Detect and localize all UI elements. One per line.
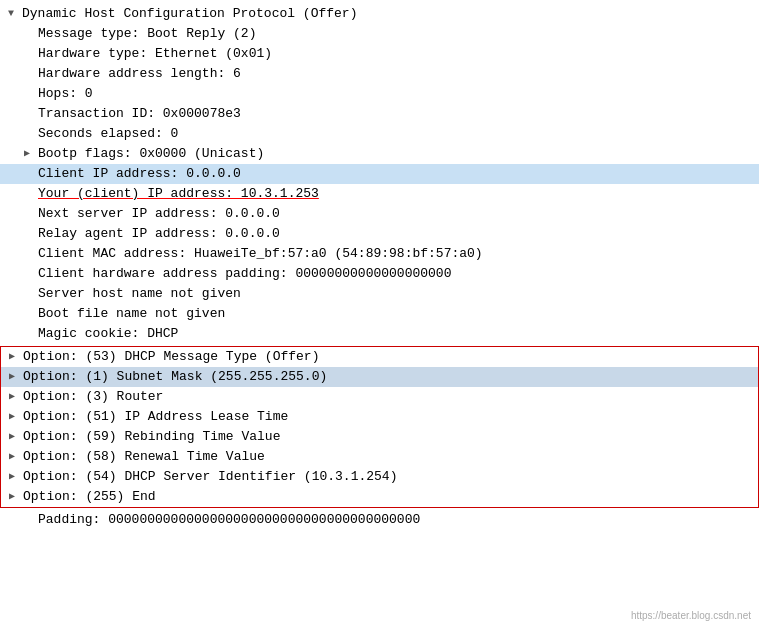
expand-icon-dhcp[interactable] [8, 5, 20, 23]
hardware-type-text: Hardware type: Ethernet (0x01) [38, 45, 272, 63]
option-54-text: Option: (54) DHCP Server Identifier (10.… [23, 468, 397, 486]
client-mac-text: Client MAC address: HuaweiTe_bf:57:a0 (5… [38, 245, 483, 263]
expand-icon-bootp-flags[interactable] [24, 145, 36, 163]
option-1-text: Option: (1) Subnet Mask (255.255.255.0) [23, 368, 327, 386]
option-51-text: Option: (51) IP Address Lease Time [23, 408, 288, 426]
server-host-text: Server host name not given [38, 285, 241, 303]
client-hw-padding-row[interactable]: Client hardware address padding: 0000000… [0, 264, 759, 284]
dhcp-header-row[interactable]: Dynamic Host Configuration Protocol (Off… [0, 4, 759, 24]
options-box: Option: (53) DHCP Message Type (Offer) O… [0, 346, 759, 508]
option-59-text: Option: (59) Rebinding Time Value [23, 428, 280, 446]
hw-addr-len-text: Hardware address length: 6 [38, 65, 241, 83]
option-255-text: Option: (255) End [23, 488, 156, 506]
transaction-id-row[interactable]: Transaction ID: 0x000078e3 [0, 104, 759, 124]
option-53-row[interactable]: Option: (53) DHCP Message Type (Offer) [1, 347, 758, 367]
expand-icon-option-53[interactable] [9, 348, 21, 366]
option-58-text: Option: (58) Renewal Time Value [23, 448, 265, 466]
next-server-ip-row[interactable]: Next server IP address: 0.0.0.0 [0, 204, 759, 224]
expand-icon-option-51[interactable] [9, 408, 21, 426]
packet-detail-pane: Dynamic Host Configuration Protocol (Off… [0, 0, 759, 534]
bootp-flags-row[interactable]: Bootp flags: 0x0000 (Unicast) [0, 144, 759, 164]
bootp-flags-text: Bootp flags: 0x0000 (Unicast) [38, 145, 264, 163]
seconds-row[interactable]: Seconds elapsed: 0 [0, 124, 759, 144]
option-3-row[interactable]: Option: (3) Router [1, 387, 758, 407]
next-server-ip-text: Next server IP address: 0.0.0.0 [38, 205, 280, 223]
padding-row[interactable]: Padding: 0000000000000000000000000000000… [0, 510, 759, 530]
expand-icon-option-255[interactable] [9, 488, 21, 506]
message-type-text: Message type: Boot Reply (2) [38, 25, 256, 43]
boot-file-text: Boot file name not given [38, 305, 225, 323]
expand-icon-option-59[interactable] [9, 428, 21, 446]
dhcp-header-text: Dynamic Host Configuration Protocol (Off… [22, 5, 357, 23]
hops-row[interactable]: Hops: 0 [0, 84, 759, 104]
expand-icon-option-58[interactable] [9, 448, 21, 466]
hops-text: Hops: 0 [38, 85, 93, 103]
server-host-row[interactable]: Server host name not given [0, 284, 759, 304]
client-ip-text: Client IP address: 0.0.0.0 [38, 165, 241, 183]
your-ip-row[interactable]: Your (client) IP address: 10.3.1.253 [0, 184, 759, 204]
option-1-row[interactable]: Option: (1) Subnet Mask (255.255.255.0) [1, 367, 758, 387]
message-type-row[interactable]: Message type: Boot Reply (2) [0, 24, 759, 44]
option-54-row[interactable]: Option: (54) DHCP Server Identifier (10.… [1, 467, 758, 487]
client-mac-row[interactable]: Client MAC address: HuaweiTe_bf:57:a0 (5… [0, 244, 759, 264]
boot-file-row[interactable]: Boot file name not given [0, 304, 759, 324]
client-hw-padding-text: Client hardware address padding: 0000000… [38, 265, 451, 283]
your-ip-text: Your (client) IP address: 10.3.1.253 [38, 185, 319, 203]
hw-addr-len-row[interactable]: Hardware address length: 6 [0, 64, 759, 84]
relay-ip-row[interactable]: Relay agent IP address: 0.0.0.0 [0, 224, 759, 244]
expand-icon-option-3[interactable] [9, 388, 21, 406]
option-53-text: Option: (53) DHCP Message Type (Offer) [23, 348, 319, 366]
expand-icon-option-1[interactable] [9, 368, 21, 386]
option-51-row[interactable]: Option: (51) IP Address Lease Time [1, 407, 758, 427]
hardware-type-row[interactable]: Hardware type: Ethernet (0x01) [0, 44, 759, 64]
magic-cookie-text: Magic cookie: DHCP [38, 325, 178, 343]
seconds-text: Seconds elapsed: 0 [38, 125, 178, 143]
magic-cookie-row[interactable]: Magic cookie: DHCP [0, 324, 759, 344]
transaction-id-text: Transaction ID: 0x000078e3 [38, 105, 241, 123]
option-3-text: Option: (3) Router [23, 388, 163, 406]
expand-icon-option-54[interactable] [9, 468, 21, 486]
relay-ip-text: Relay agent IP address: 0.0.0.0 [38, 225, 280, 243]
option-59-row[interactable]: Option: (59) Rebinding Time Value [1, 427, 758, 447]
option-255-row[interactable]: Option: (255) End [1, 487, 758, 507]
client-ip-row[interactable]: Client IP address: 0.0.0.0 [0, 164, 759, 184]
option-58-row[interactable]: Option: (58) Renewal Time Value [1, 447, 758, 467]
padding-text: Padding: 0000000000000000000000000000000… [38, 511, 420, 529]
watermark: https://beater.blog.csdn.net [631, 610, 751, 621]
